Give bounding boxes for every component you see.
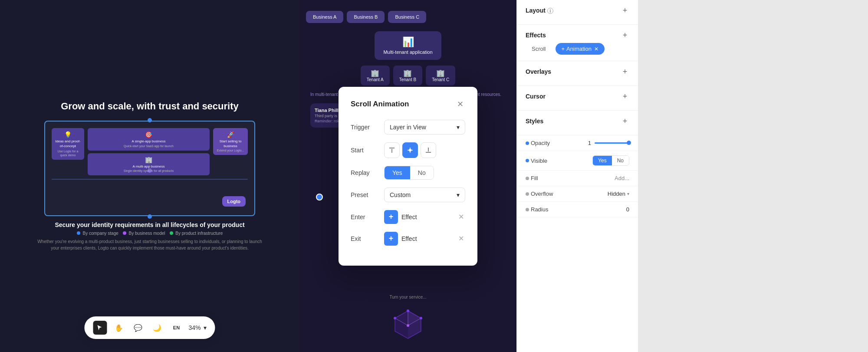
lang-tool[interactable]: EN [169, 321, 183, 335]
effects-add-button[interactable]: + [621, 31, 629, 39]
preset-control: Custom ▾ [384, 188, 465, 202]
styles-section-title: Styles [526, 118, 543, 125]
zoom-control[interactable]: 34% ▾ [188, 324, 206, 331]
fill-dot-icon [526, 177, 529, 180]
right-panel: Layout i + Effects + Scroll + Animation … [516, 0, 638, 352]
node-selling: 🚀 Start selling to business Extend your … [213, 128, 248, 155]
overlays-add-button[interactable]: + [621, 67, 629, 76]
replay-yes-button[interactable]: Yes [385, 166, 410, 179]
visible-label: Visible [526, 158, 547, 164]
preset-row: Preset Custom ▾ [351, 188, 465, 202]
modal-close-button[interactable]: ✕ [455, 99, 465, 109]
enter-remove-button[interactable]: ✕ [457, 213, 465, 221]
opacity-control: 1 [588, 140, 629, 146]
svg-rect-17 [426, 152, 431, 153]
enter-label: Enter [351, 214, 379, 220]
modal-header: Scroll Animation ✕ [351, 99, 465, 109]
logto-badge: Logto [222, 196, 246, 207]
enter-row: Enter + Effect ✕ [351, 210, 465, 224]
left-canvas: Grow and scale, with trust and security … [0, 0, 299, 352]
visible-yes-button[interactable]: Yes [593, 156, 612, 165]
overflow-label: Overflow [526, 191, 553, 197]
layout-add-button[interactable]: + [621, 6, 629, 15]
start-btn-top[interactable] [384, 142, 400, 158]
exit-control: + Effect ✕ [384, 232, 465, 246]
layout-section-title: Layout i [526, 7, 553, 14]
effects-section: Effects + Scroll + Animation ✕ [517, 25, 638, 61]
replay-label: Replay [351, 169, 379, 176]
scroll-animation-modal[interactable]: Scroll Animation ✕ Trigger Layer in View… [339, 87, 477, 266]
opacity-slider-thumb[interactable] [627, 141, 631, 145]
radius-dot-icon [526, 208, 529, 211]
tag-business: By business model [123, 231, 165, 236]
node-idea: 💡 Ideas and proof-of-concept Use Logto f… [52, 128, 84, 160]
exit-label: Exit [351, 235, 379, 242]
exit-add-button[interactable]: + [384, 232, 398, 246]
animation-tab-close-icon[interactable]: ✕ [594, 46, 598, 52]
animation-tab[interactable]: + Animation ✕ [556, 43, 605, 55]
fill-add-button[interactable]: Add... [615, 175, 629, 181]
exit-remove-button[interactable]: ✕ [457, 234, 465, 243]
comment-tool[interactable]: 💬 [131, 321, 145, 335]
modal-title: Scroll Animation [351, 100, 409, 109]
replay-row: Replay Yes No [351, 166, 465, 180]
scroll-indicator-dot [316, 194, 323, 201]
radius-row: Radius 0 [517, 202, 638, 217]
radius-value: 0 [626, 206, 629, 213]
replay-no-button[interactable]: No [410, 166, 434, 179]
scroll-tab[interactable]: Scroll [526, 43, 552, 55]
layout-section-header: Layout i + [526, 6, 629, 15]
opacity-slider[interactable] [595, 142, 629, 144]
exit-effect-row: + Effect ✕ [384, 232, 465, 246]
start-row: Start [351, 142, 465, 158]
visible-toggle-group: Yes No [592, 155, 629, 166]
layout-section: Layout i + [517, 0, 638, 25]
opacity-row: Opacity 1 [517, 135, 638, 151]
enter-add-button[interactable]: + [384, 210, 398, 224]
slide-description: Whether you're evolving a multi-product … [37, 238, 263, 251]
visible-dot-icon [526, 159, 529, 162]
fill-row: Fill Add... [517, 171, 638, 186]
animation-tab-plus-icon: + [562, 46, 565, 52]
cursor-section-title: Cursor [526, 93, 546, 100]
tag-infrastructure: By product infrastructure [170, 231, 223, 236]
tag-company: By company stage [77, 231, 118, 236]
preset-label: Preset [351, 191, 379, 198]
preset-dropdown[interactable]: Custom ▾ [384, 188, 465, 202]
slide-title: Grow and scale, with trust and security [9, 101, 291, 112]
overlays-section: Overlays + [517, 61, 638, 86]
visible-row: Visible Yes No [517, 151, 638, 171]
trigger-control: Layer in View ▾ [384, 120, 465, 135]
start-btn-center[interactable] [402, 142, 418, 158]
opacity-dot-icon [526, 141, 529, 145]
start-btn-bottom[interactable] [421, 142, 436, 158]
exit-row: Exit + Effect ✕ [351, 232, 465, 246]
overlays-section-header: Overlays + [526, 67, 629, 76]
cursor-add-button[interactable]: + [621, 92, 629, 101]
opacity-label: Opacity [526, 140, 550, 146]
fill-label: Fill [526, 175, 538, 181]
effects-section-header: Effects + [526, 31, 629, 39]
start-label: Start [351, 147, 379, 154]
layout-info-icon[interactable]: i [547, 8, 553, 14]
diagram-wrapper: 💡 Ideas and proof-of-concept Use Logto f… [26, 121, 274, 216]
bottom-toolbar: ✋ 💬 🌙 EN 34% ▾ [84, 316, 215, 339]
moon-tool[interactable]: 🌙 [150, 321, 164, 335]
right-canvas: Business A Business B Business C 📊 Multi… [299, 0, 516, 352]
replay-control: Yes No [384, 166, 465, 180]
hand-tool[interactable]: ✋ [112, 321, 126, 335]
start-control [384, 142, 465, 158]
preset-chevron-icon: ▾ [457, 191, 460, 198]
overflow-dropdown[interactable]: Hidden ▾ [608, 191, 629, 197]
trigger-row: Trigger Layer in View ▾ [351, 120, 465, 135]
styles-section-header: Styles + [526, 117, 629, 125]
start-buttons [384, 142, 436, 158]
trigger-dropdown[interactable]: Layer in View ▾ [384, 120, 465, 135]
styles-add-button[interactable]: + [621, 117, 629, 125]
cursor-tool[interactable] [93, 321, 107, 335]
visible-no-button[interactable]: No [612, 156, 629, 165]
zoom-value: 34% [188, 324, 201, 331]
diagram-area: 💡 Ideas and proof-of-concept Use Logto f… [44, 121, 255, 216]
slide-subtitle: Secure your identity requirements in all… [9, 221, 291, 228]
overlays-section-title: Overlays [526, 68, 551, 75]
